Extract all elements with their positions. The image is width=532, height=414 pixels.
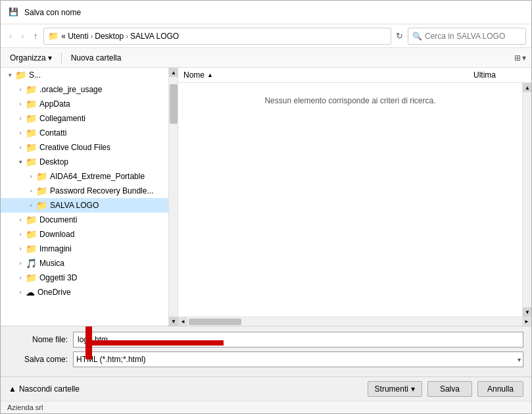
sidebar-item-oracle[interactable]: ›📁.oracle_jre_usage xyxy=(1,82,168,97)
sidebar-label-appdata: AppData xyxy=(39,99,70,109)
sidebar-item-appdata[interactable]: ›📁AppData xyxy=(1,97,168,111)
sidebar: ▾📁S...›📁.oracle_jre_usage›📁AppData›📁Coll… xyxy=(1,68,168,326)
file-panel: Nome ▲ Ultima Nessun elemento corrispond… xyxy=(178,68,531,326)
tree-expand-documenti: › xyxy=(15,217,26,223)
scroll-up-btn[interactable]: ▲ xyxy=(169,68,178,77)
tree-expand-collegamenti: › xyxy=(15,115,26,122)
folder-icon-oggetti3d: 📁 xyxy=(26,272,37,283)
folder-icon-desktop: 📁 xyxy=(26,157,37,167)
nav-toolbar: ‹ › ↑ 📁 « Utenti › Desktop › SALVA LOGO … xyxy=(1,24,531,48)
tree-expand-creative-cloud: › xyxy=(15,144,26,151)
sidebar-label-musica: Musica xyxy=(39,259,64,268)
saveas-label: Salva come: xyxy=(9,355,68,364)
folder-icon-musica: 🎵 xyxy=(26,258,37,269)
sidebar-scrollbar[interactable]: ▲ ▼ xyxy=(168,68,178,326)
organize-button[interactable]: Organizza ▾ xyxy=(6,52,56,64)
sidebar-item-collegamenti[interactable]: ›📁Collegamenti xyxy=(1,111,168,126)
breadcrumb: « Utenti › Desktop › SALVA LOGO xyxy=(61,32,179,41)
file-list: Nessun elemento corrisponde ai criteri d… xyxy=(178,83,522,317)
new-folder-label: Nuova cartella xyxy=(71,53,122,63)
action-separator xyxy=(61,53,62,63)
tree-expand-desktop: ▾ xyxy=(15,159,26,165)
tools-label: Strumenti xyxy=(375,384,408,394)
tree-expand-musica: › xyxy=(15,260,26,267)
tree-expand-password-recovery: › xyxy=(26,188,36,194)
sidebar-label-oracle: .oracle_jre_usage xyxy=(39,85,102,94)
saveas-select-wrapper: HTML (*.htm;*.html) ▾ xyxy=(73,351,523,367)
view-arrow: ▾ xyxy=(522,53,526,63)
breadcrumb-part-1: « Utenti xyxy=(61,32,88,41)
file-panel-hscroll[interactable]: ◄ ► xyxy=(178,317,531,326)
organize-arrow: ▾ xyxy=(48,53,52,63)
tree-expand-appdata: › xyxy=(15,101,26,107)
sidebar-item-download[interactable]: ›📁Download xyxy=(1,227,168,242)
breadcrumb-part-3: SALVA LOGO xyxy=(130,32,179,41)
file-panel-header: Nome ▲ Ultima xyxy=(178,68,531,83)
col-name-label: Nome xyxy=(183,70,205,80)
file-panel-scrollbar[interactable]: ▲ ▼ xyxy=(522,83,531,317)
view-button[interactable]: ⊞ ▾ xyxy=(514,53,526,63)
action-bar: Organizza ▾ Nuova cartella ⊞ ▾ xyxy=(1,48,531,68)
tree-expand-contatti: › xyxy=(15,130,26,136)
breadcrumb-folder-icon: 📁 xyxy=(48,31,59,41)
folder-icon-oracle: 📁 xyxy=(26,84,37,95)
sidebar-label-onedrive: OneDrive xyxy=(37,288,71,297)
sidebar-item-musica[interactable]: ›🎵Musica xyxy=(1,256,168,271)
tree-expand-onedrive: › xyxy=(15,289,26,296)
tools-button[interactable]: Strumenti ▾ xyxy=(368,381,422,397)
h-scroll-thumb[interactable] xyxy=(189,319,241,325)
h-scroll-right-btn[interactable]: ► xyxy=(522,317,531,326)
sidebar-item-contatti[interactable]: ›📁Contatti xyxy=(1,126,168,140)
cancel-button[interactable]: Annulla xyxy=(477,381,523,397)
folder-icon-aida64: 📁 xyxy=(36,171,47,182)
save-button[interactable]: Salva xyxy=(427,381,472,397)
breadcrumb-sep-2: › xyxy=(126,32,128,40)
hide-folders-arrow: ▲ xyxy=(9,384,16,394)
sidebar-item-immagini[interactable]: ›📁Immagini xyxy=(1,242,168,256)
sidebar-item-salva-logo[interactable]: ›📁SALVA LOGO xyxy=(1,198,168,213)
filename-input[interactable] xyxy=(73,332,523,348)
saveas-row: Salva come: HTML (*.htm;*.html) ▾ xyxy=(9,351,523,367)
col-date-label: Ultima xyxy=(473,70,496,80)
sidebar-item-password-recovery[interactable]: ›📁Password Recovery Bundle... xyxy=(1,184,168,198)
sidebar-item-onedrive[interactable]: ›☁OneDrive xyxy=(1,285,168,299)
forward-button[interactable]: › xyxy=(18,29,27,43)
scroll-down-btn[interactable]: ▼ xyxy=(169,317,178,326)
new-folder-button[interactable]: Nuova cartella xyxy=(67,52,126,64)
back-button[interactable]: ‹ xyxy=(6,29,15,43)
footer-buttons: Strumenti ▾ Salva Annulla xyxy=(368,381,523,397)
scroll-thumb-v[interactable] xyxy=(170,84,178,124)
h-scroll-left-btn[interactable]: ◄ xyxy=(178,317,187,326)
sidebar-item-oggetti3d[interactable]: ›📁Oggetti 3D xyxy=(1,271,168,285)
refresh-button[interactable]: ↻ xyxy=(394,29,405,43)
file-scroll-up-btn[interactable]: ▲ xyxy=(523,83,531,92)
window-title: Salva con nome xyxy=(24,8,81,17)
search-icon: 🔍 xyxy=(412,32,422,41)
sidebar-item-aida64[interactable]: ›📁AIDA64_Extreme_Portable xyxy=(1,169,168,184)
saveas-select[interactable]: HTML (*.htm;*.html) xyxy=(73,351,523,367)
sidebar-item-desktop[interactable]: ▾📁Desktop xyxy=(1,155,168,169)
sidebar-label-contatti: Contatti xyxy=(39,128,66,138)
sidebar-label-oggetti3d: Oggetti 3D xyxy=(39,273,77,282)
breadcrumb-part-2: Desktop xyxy=(95,32,124,41)
sidebar-label-creative-cloud: Creative Cloud Files xyxy=(39,143,110,152)
col-date-header: Ultima xyxy=(473,70,526,80)
folder-icon-download: 📁 xyxy=(26,229,37,240)
filename-row: Nome file: xyxy=(9,332,523,348)
save-dialog: 💾 Salva con nome ‹ › ↑ 📁 « Utenti › Desk… xyxy=(0,0,532,414)
file-scroll-down-btn[interactable]: ▼ xyxy=(523,307,531,317)
search-input[interactable] xyxy=(425,32,521,41)
sidebar-label-download: Download xyxy=(39,230,74,239)
main-content: ▾📁S...›📁.oracle_jre_usage›📁AppData›📁Coll… xyxy=(1,68,531,326)
sidebar-item-creative-cloud[interactable]: ›📁Creative Cloud Files xyxy=(1,140,168,155)
folder-icon-onedrive: ☁ xyxy=(26,287,35,298)
folder-icon-appdata: 📁 xyxy=(26,99,37,109)
breadcrumb-bar[interactable]: 📁 « Utenti › Desktop › SALVA LOGO xyxy=(43,28,391,45)
tree-expand-oracle: › xyxy=(15,86,26,93)
sidebar-item-documenti[interactable]: ›📁Documenti xyxy=(1,213,168,227)
up-button[interactable]: ↑ xyxy=(30,29,41,43)
hide-folders-toggle[interactable]: ▲ Nascondi cartelle xyxy=(9,384,80,394)
sidebar-item-s-root[interactable]: ▾📁S... xyxy=(1,68,168,82)
search-bar[interactable]: 🔍 xyxy=(408,28,526,45)
window-icon: 💾 xyxy=(9,7,19,18)
